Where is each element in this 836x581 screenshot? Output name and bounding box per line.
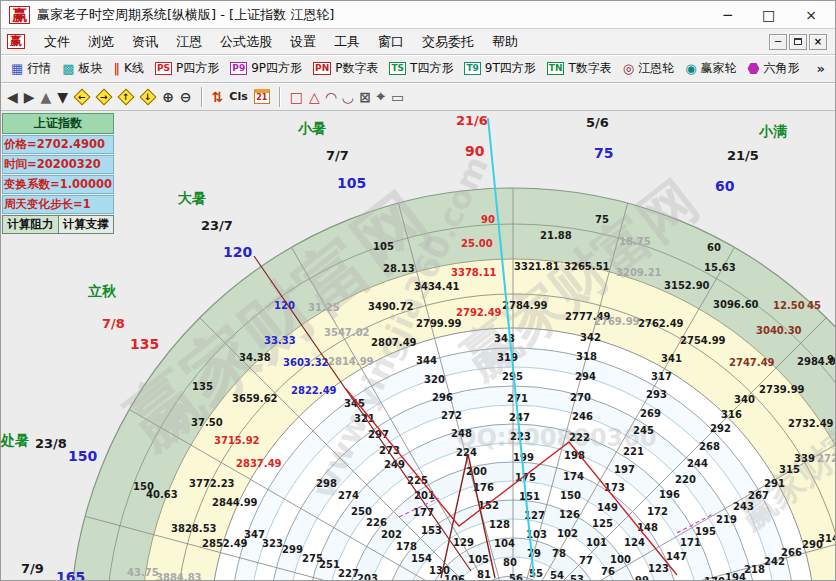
toolbar-button-quotes[interactable]: ▦行情	[7, 58, 55, 79]
toolbar-button-t-table[interactable]: TNT数字表	[543, 58, 616, 79]
toolbar-button-draw-rect[interactable]: □	[290, 89, 303, 105]
calc-support-button[interactable]: 计算支撑	[59, 215, 115, 234]
wheel-value-label: 295	[502, 371, 523, 382]
solar-term-label: 立秋	[87, 283, 117, 299]
toolbar-button-prev[interactable]: ◀	[7, 89, 18, 105]
minimize-button[interactable]: ─	[724, 5, 732, 25]
toolbar-button-zoom-in[interactable]: ⊕	[162, 89, 174, 105]
wheel-value-label: 220	[675, 474, 696, 485]
toolbar-button-shift-right[interactable]: →	[96, 88, 113, 105]
toolbar-button-kline[interactable]: ‖K线	[110, 58, 148, 79]
toolbar-button-shift-up[interactable]: ↑	[118, 88, 135, 105]
toolbar-button-zoom-out[interactable]: ⊖	[180, 89, 192, 105]
wheel-value-label: 202	[381, 529, 402, 540]
toolbar-button-shift-down[interactable]: ↓	[140, 88, 157, 105]
toolbar-button-t-square[interactable]: TST四方形	[385, 58, 457, 79]
close-button[interactable]: ×	[805, 5, 817, 25]
wheel-value-label: 344	[416, 355, 437, 366]
wheel-value-label: 3321.81	[514, 261, 560, 272]
wheel-value-label: 126	[559, 509, 580, 520]
toolbar-button-clear[interactable]: Cls	[229, 90, 247, 103]
wheel-value-label: 267	[748, 490, 769, 501]
maximize-button[interactable]: □	[762, 5, 775, 25]
toolbar-button-draw-triangle[interactable]: △	[309, 89, 320, 105]
solar-term-label: 小暑	[297, 120, 326, 136]
wheel-value-label: 219	[716, 514, 737, 525]
menu-item-7[interactable]: 窗口	[369, 31, 413, 53]
wheel-value-label: 125	[592, 518, 613, 529]
wheel-value-label: 317	[651, 371, 672, 382]
wheel-value-label: 250	[351, 506, 372, 517]
toolbar-button-down-step[interactable]: ▼	[57, 89, 68, 105]
toolbar-button-delete-box[interactable]: ⊠	[359, 89, 371, 105]
wheel-value-label: 104	[494, 538, 515, 549]
wheel-value-label: 2799.99	[416, 318, 462, 329]
wheel-value-label: 2754.99	[680, 335, 726, 346]
mdi-restore-button[interactable]	[789, 34, 807, 50]
menu-item-3[interactable]: 江恩	[167, 31, 211, 53]
menu-item-2[interactable]: 资讯	[123, 31, 167, 53]
toolbar-button-9t-square[interactable]: T99T四方形	[460, 58, 539, 79]
wheel-value-label: 149	[597, 502, 618, 513]
menu-item-6[interactable]: 工具	[325, 31, 369, 53]
wheel-value-label: 105	[468, 554, 489, 565]
wheel-outer-label: 21/5	[727, 148, 759, 163]
wheel-value-label: 203	[357, 573, 378, 581]
wheel-outer-label: 105	[337, 175, 366, 191]
toolbar-button-9p-square[interactable]: P99P四方形	[226, 58, 306, 79]
toolbar-button-p-square[interactable]: PSP四方形	[151, 58, 223, 79]
toolbar-button-winner-wheel[interactable]: ◉赢家轮	[681, 58, 740, 79]
panel-row-2: 变换系数=1.00000	[2, 175, 114, 194]
wheel-value-label: 340	[734, 394, 755, 405]
wheel-value-label: 171	[680, 537, 701, 548]
toolbar-button-hexagon[interactable]: 六角形	[743, 58, 803, 79]
toolbar-button-calendar[interactable]: 21	[254, 89, 270, 104]
wheel-value-label: 323	[262, 538, 283, 549]
toolbar-button-draw-arc-up[interactable]: ◠	[326, 89, 337, 105]
wheel-value-label: 297	[368, 429, 389, 440]
wheel-value-label: 106	[444, 574, 465, 581]
wheel-value-label: 292	[710, 423, 731, 434]
toolbar-button-crosshair[interactable]: ⌖	[377, 88, 385, 105]
toolbar-button-next[interactable]: ▶	[24, 89, 35, 105]
drawing-toolbar: ◀▶▲▼←→↑↓⊕⊖⇅Cls21□△◠◡⊠⌖▭	[1, 83, 836, 111]
toolbar-button-shift-left[interactable]: ←	[74, 88, 91, 105]
toolbar-button-screen[interactable]: ▭	[391, 89, 404, 105]
mdi-minimize-button[interactable]: ─	[769, 34, 787, 50]
wheel-value-label: 242	[764, 556, 785, 567]
wheel-value-label: 34.38	[239, 352, 271, 363]
toolbar-button-sectors[interactable]: ▩板块	[58, 58, 106, 79]
menu-item-5[interactable]: 设置	[281, 31, 325, 53]
toolbar-button-gann-wheel[interactable]: ◎江恩轮	[619, 58, 678, 79]
menu-item-0[interactable]: 文件	[35, 31, 79, 53]
toolbar-button-flip-updown[interactable]: ⇅	[212, 89, 224, 105]
panel-row-3: 周天变化步长=1	[2, 195, 114, 214]
p-table-icon: PN	[313, 62, 331, 75]
wheel-value-label: 148	[637, 522, 658, 533]
wheel-value-label: 200	[466, 466, 487, 477]
shift-left-icon: ←	[78, 91, 86, 101]
toolbar-button-p-table[interactable]: PNP数字表	[309, 58, 382, 79]
wheel-outer-label: 90	[465, 143, 485, 159]
toolbar-overflow-chevron[interactable]: »	[817, 61, 831, 76]
wheel-value-label: 12.50	[773, 300, 805, 311]
wheel-value-label: 128	[489, 519, 510, 530]
wheel-value-label: 315	[779, 464, 800, 475]
t-table-icon: TN	[547, 62, 565, 75]
toolbar-button-draw-arc-down[interactable]: ◡	[343, 89, 354, 105]
wheel-value-label: 2784.99	[502, 300, 548, 311]
shift-down-icon: ↓	[144, 91, 152, 101]
wheel-value-label: 3152.90	[664, 280, 710, 291]
menu-item-1[interactable]: 浏览	[79, 31, 123, 53]
toolbar-label-t-square: T四方形	[410, 60, 453, 77]
wheel-value-label: 298	[316, 478, 337, 489]
9t-square-icon: T9	[464, 62, 480, 75]
menu-item-4[interactable]: 公式选股	[211, 31, 281, 53]
menu-item-9[interactable]: 帮助	[483, 31, 527, 53]
menu-item-8[interactable]: 交易委托	[413, 31, 483, 53]
toolbar-button-up-step[interactable]: ▲	[41, 89, 52, 105]
wheel-value-label: 33.33	[264, 335, 296, 346]
window-title: 赢家老子时空周期系统[纵横版] - [上证指数 江恩轮]	[37, 6, 334, 24]
calc-resistance-button[interactable]: 计算阻力	[2, 215, 59, 234]
mdi-close-button[interactable]: ×	[809, 34, 827, 50]
